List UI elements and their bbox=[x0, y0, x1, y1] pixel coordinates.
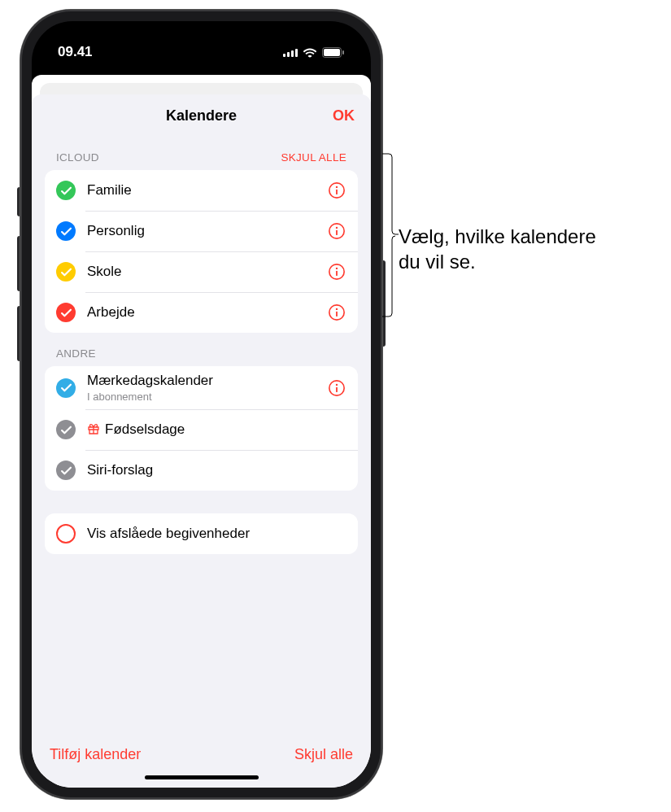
calendar-row-skole[interactable]: Skole bbox=[45, 251, 358, 292]
other-calendar-group: Mærkedagskalender I abonnement bbox=[45, 366, 358, 491]
calendar-row-holidays[interactable]: Mærkedagskalender I abonnement bbox=[45, 366, 358, 409]
status-right bbox=[283, 47, 345, 58]
show-declined-row[interactable]: Vis afslåede begivenheder bbox=[45, 513, 358, 554]
checkbox-checked-icon[interactable] bbox=[56, 378, 76, 398]
spacer bbox=[45, 491, 358, 513]
svg-rect-14 bbox=[336, 312, 338, 317]
checkbox-unchecked-icon[interactable] bbox=[56, 524, 76, 544]
info-icon[interactable] bbox=[327, 303, 346, 322]
calendar-label: Familie bbox=[87, 182, 316, 199]
cellular-signal-icon bbox=[283, 47, 298, 57]
calendars-sheet: Kalendere OK ICLOUD SKJUL ALLE Familie bbox=[32, 94, 371, 788]
callout-text: Vælg, hvilke kalendere du vil se. bbox=[399, 224, 596, 274]
add-calendar-button[interactable]: Tilføj kalender bbox=[50, 746, 141, 763]
calendar-label-wrap: Mærkedagskalender I abonnement bbox=[87, 373, 316, 403]
other-section-header: ANDRE bbox=[45, 333, 358, 366]
icloud-header-label: ICLOUD bbox=[56, 151, 99, 164]
calendar-row-personlig[interactable]: Personlig bbox=[45, 211, 358, 251]
svg-point-4 bbox=[336, 186, 338, 188]
checkbox-checked-icon[interactable] bbox=[56, 303, 76, 322]
checkbox-checked-icon[interactable] bbox=[56, 262, 76, 282]
svg-point-7 bbox=[336, 227, 338, 229]
gift-icon bbox=[87, 422, 100, 435]
checkbox-checked-icon[interactable] bbox=[56, 420, 76, 439]
home-indicator[interactable] bbox=[145, 775, 259, 779]
calendar-row-arbejde[interactable]: Arbejde bbox=[45, 292, 358, 333]
phone-screen: 09.41 Kalendere OK ICLOUD SKJ bbox=[32, 21, 371, 788]
calendar-label: Personlig bbox=[87, 223, 316, 239]
status-time: 09.41 bbox=[58, 44, 93, 60]
calendar-label: Skole bbox=[87, 264, 316, 280]
info-icon[interactable] bbox=[327, 262, 346, 282]
icloud-section-header: ICLOUD SKJUL ALLE bbox=[45, 137, 358, 170]
calendar-row-familie[interactable]: Familie bbox=[45, 170, 358, 211]
svg-rect-17 bbox=[336, 386, 338, 391]
declined-events-group: Vis afslåede begivenheder bbox=[45, 513, 358, 554]
calendar-label: Siri-forslag bbox=[87, 462, 346, 478]
callout-line2: du vil se. bbox=[399, 249, 596, 274]
show-declined-label: Vis afslåede begivenheder bbox=[87, 526, 346, 542]
calendar-row-birthdays[interactable]: Fødselsdage bbox=[45, 409, 358, 450]
info-icon[interactable] bbox=[327, 181, 346, 200]
hide-all-button[interactable]: Skjul alle bbox=[294, 746, 353, 763]
info-icon[interactable] bbox=[327, 378, 346, 398]
calendar-label: Arbejde bbox=[87, 304, 316, 321]
svg-rect-8 bbox=[336, 230, 338, 235]
dynamic-island bbox=[150, 36, 254, 67]
done-button[interactable]: OK bbox=[333, 107, 355, 124]
wifi-icon bbox=[303, 47, 317, 58]
icloud-calendar-group: Familie Personlig bbox=[45, 170, 358, 333]
info-icon[interactable] bbox=[327, 221, 346, 241]
checkbox-checked-icon[interactable] bbox=[56, 221, 76, 241]
sheet-title: Kalendere bbox=[166, 107, 237, 124]
checkbox-checked-icon[interactable] bbox=[56, 181, 76, 200]
calendar-row-siri[interactable]: Siri-forslag bbox=[45, 450, 358, 491]
calendar-label: Fødselsdage bbox=[87, 421, 346, 438]
callout-line1: Vælg, hvilke kalendere bbox=[399, 224, 596, 249]
sheet-header: Kalendere OK bbox=[32, 94, 371, 137]
svg-rect-1 bbox=[324, 49, 340, 56]
other-header-label: ANDRE bbox=[56, 347, 96, 360]
hide-all-icloud-button[interactable]: SKJUL ALLE bbox=[281, 151, 346, 164]
phone-frame: 09.41 Kalendere OK ICLOUD SKJ bbox=[20, 10, 382, 799]
svg-rect-11 bbox=[336, 271, 338, 276]
svg-rect-2 bbox=[342, 50, 344, 55]
calendar-sublabel: I abonnement bbox=[87, 391, 316, 403]
battery-icon bbox=[322, 47, 345, 58]
sheet-content[interactable]: ICLOUD SKJUL ALLE Familie bbox=[32, 137, 371, 731]
svg-point-10 bbox=[336, 268, 338, 269]
callout-bracket bbox=[382, 153, 399, 317]
svg-point-16 bbox=[336, 383, 338, 385]
calendar-label: Mærkedagskalender bbox=[87, 373, 316, 389]
svg-point-13 bbox=[336, 308, 338, 310]
svg-rect-5 bbox=[336, 190, 338, 194]
checkbox-checked-icon[interactable] bbox=[56, 461, 76, 480]
calendar-label-text: Fødselsdage bbox=[105, 421, 185, 437]
